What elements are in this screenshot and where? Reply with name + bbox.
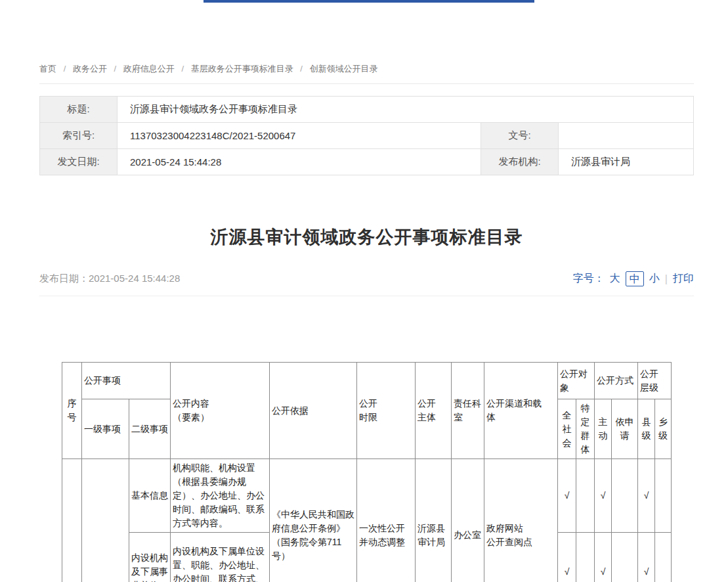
- meta-title-label: 标题:: [40, 97, 118, 123]
- font-size-small-button[interactable]: 小: [649, 272, 660, 286]
- header-level1-item: 一级事项: [82, 399, 129, 459]
- cell-check-all-society: √: [558, 533, 576, 582]
- meta-row-title: 标题: 沂源县审计领域政务公开事项标准目录: [40, 97, 694, 123]
- cell-subject: 沂源县审计局: [416, 459, 452, 582]
- breadcrumb-separator: /: [300, 64, 303, 74]
- cell-time-limit: 一次性公开并动态调整: [357, 459, 416, 582]
- header-target: 公开对 象: [558, 363, 595, 399]
- cell-serial-number: [62, 459, 82, 582]
- breadcrumb-separator: /: [114, 64, 117, 74]
- cell-level2-item: 基本信息: [129, 459, 171, 533]
- cell-responsible-dept: 办公室: [452, 459, 484, 582]
- table-row: 基本信息 机构职能、机构设置（根据县委编办规定）、办公地址、办公时间、邮政编码、…: [62, 459, 672, 533]
- breadcrumb: 首页 / 政务公开 / 政府信息公开 / 基层政务公开事项标准目录 / 创新领域…: [39, 63, 694, 84]
- cell-check-on-request: [612, 459, 638, 533]
- meta-row-date: 发文日期: 2021-05-24 15:44:28 发布机构: 沂源县审计局: [40, 149, 694, 175]
- header-content-elements: 公开内容 （要素）: [171, 363, 270, 459]
- breadcrumb-link-home[interactable]: 首页: [39, 64, 56, 74]
- font-size-label: 字号：: [573, 272, 605, 286]
- header-specific-groups: 特定群体: [576, 399, 595, 459]
- page-title: 沂源县审计领域政务公开事项标准目录: [39, 225, 694, 249]
- header-serial-number: 序号: [62, 363, 82, 459]
- cell-check-county: √: [638, 459, 655, 533]
- article-meta-row: 发布日期：2021-05-24 15:44:28 字号： 大 中 小 | 打印: [39, 271, 694, 296]
- header-on-request: 依申请: [612, 399, 638, 459]
- cell-check-on-request: [612, 533, 638, 582]
- breadcrumb-separator: /: [64, 64, 66, 74]
- cell-check-specific-groups: [576, 533, 595, 582]
- catalog-table: 序号 公开事项 公开内容 （要素） 公开依据 公开 时限 公开 主体 责任科 室…: [62, 362, 672, 582]
- header-time-limit: 公开 时限: [357, 363, 416, 459]
- header-row-1: 序号 公开事项 公开内容 （要素） 公开依据 公开 时限 公开 主体 责任科 室…: [62, 363, 672, 399]
- header-method: 公开方式: [595, 363, 638, 399]
- meta-title-value: 沂源县审计领域政务公开事项标准目录: [118, 97, 694, 123]
- font-size-controls: 字号： 大 中 小 | 打印: [573, 271, 694, 286]
- cell-basis: 《中华人民共和国政府信息公开条例》（国务院令第711号）: [270, 459, 357, 582]
- header-level2-item: 二级事项: [129, 399, 171, 459]
- meta-date-label: 发文日期:: [40, 149, 118, 175]
- print-button[interactable]: 打印: [673, 272, 694, 286]
- header-basis: 公开依据: [270, 363, 357, 459]
- breadcrumb-link-standard-catalog[interactable]: 基层政务公开事项标准目录: [191, 64, 293, 74]
- font-size-medium-button[interactable]: 中: [626, 271, 644, 286]
- publish-date-label: 发布日期：: [39, 273, 89, 284]
- meta-date-value: 2021-05-24 15:44:28: [118, 149, 481, 175]
- meta-row-index: 索引号: 11370323004223148C/2021-5200647 文号:: [40, 123, 694, 149]
- meta-docnum-value: [559, 123, 694, 149]
- header-channels: 公开渠道和载 体: [484, 363, 558, 459]
- document-meta-table: 标题: 沂源县审计领域政务公开事项标准目录 索引号: 1137032300422…: [39, 96, 694, 175]
- cell-check-specific-groups: [576, 459, 595, 533]
- cell-check-proactive: √: [595, 533, 612, 582]
- cell-level1-item: [82, 459, 129, 582]
- cell-content: 机构职能、机构设置（根据县委编办规定）、办公地址、办公时间、邮政编码、联系方式等…: [171, 459, 270, 533]
- meta-docnum-label: 文号:: [481, 123, 559, 149]
- cell-check-township: [655, 533, 672, 582]
- header-responsible-dept: 责任科 室: [452, 363, 484, 459]
- cell-check-proactive: √: [595, 459, 612, 533]
- page-container: 首页 / 政务公开 / 政府信息公开 / 基层政务公开事项标准目录 / 创新领域…: [0, 63, 728, 582]
- header-county-level: 县级: [638, 399, 655, 459]
- breadcrumb-separator: /: [181, 64, 184, 74]
- header-proactive: 主动: [595, 399, 612, 459]
- header-township-level: 乡级: [655, 399, 672, 459]
- cell-content: 内设机构及下属单位设置、职能、办公地址、办公时间、联系方式、负责人姓名等。: [171, 533, 270, 582]
- meta-org-value: 沂源县审计局: [559, 149, 694, 175]
- cell-level2-item: 内设机构及下属事业单位: [129, 533, 171, 582]
- meta-org-label: 发布机构:: [481, 149, 559, 175]
- publish-date-value: 2021-05-24 15:44:28: [89, 273, 180, 284]
- divider: |: [665, 273, 668, 285]
- top-nav-bar-remnant: [203, 0, 534, 3]
- header-public-matters: 公开事项: [82, 363, 171, 399]
- breadcrumb-link-government-affairs[interactable]: 政务公开: [73, 64, 107, 74]
- breadcrumb-link-government-info[interactable]: 政府信息公开: [123, 64, 175, 74]
- publish-date: 发布日期：2021-05-24 15:44:28: [39, 273, 180, 285]
- cell-check-county: √: [638, 533, 655, 582]
- cell-check-township: [655, 459, 672, 533]
- header-level: 公开 层级: [638, 363, 672, 399]
- cell-channels: 政府网站 公开查阅点: [484, 459, 558, 582]
- breadcrumb-link-innovation-catalog[interactable]: 创新领域公开目录: [310, 64, 378, 74]
- header-all-society: 全社会: [558, 399, 576, 459]
- cell-check-all-society: √: [558, 459, 576, 533]
- header-subject: 公开 主体: [416, 363, 452, 459]
- meta-index-value: 11370323004223148C/2021-5200647: [118, 123, 481, 149]
- meta-index-label: 索引号:: [40, 123, 118, 149]
- font-size-large-button[interactable]: 大: [610, 272, 620, 286]
